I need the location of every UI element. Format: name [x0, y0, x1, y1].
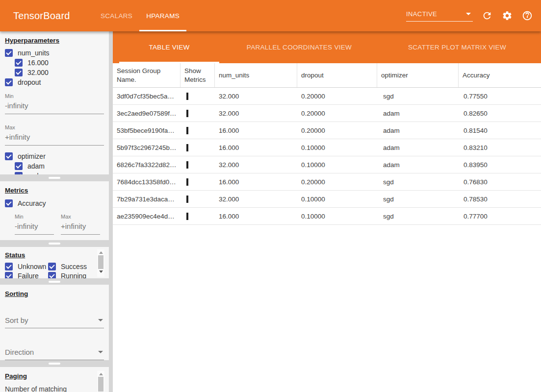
drag-handle-icon[interactable]	[49, 243, 60, 245]
section-resize-divider[interactable]	[0, 174, 113, 181]
status-scrollbar[interactable]	[97, 249, 104, 277]
checkbox-checked-icon[interactable]	[15, 162, 23, 170]
status-success[interactable]: Success	[48, 262, 96, 271]
drag-handle-icon[interactable]	[49, 281, 60, 283]
status-running[interactable]: Running	[48, 271, 96, 278]
hparam-value-adam[interactable]: adam	[15, 162, 104, 171]
paging-summary: Number of matching session groups: 8	[5, 385, 89, 392]
dropout-cell: 0.20000	[297, 127, 377, 134]
dropout-cell: 0.20000	[297, 93, 377, 100]
min-input[interactable]: -infinity	[5, 99, 104, 114]
scroll-up-icon[interactable]	[99, 373, 103, 375]
checkbox-checked-icon[interactable]	[48, 263, 56, 270]
checkbox-checked-icon[interactable]	[15, 69, 23, 76]
status-title: Status	[5, 251, 104, 259]
scrollbar-thumb[interactable]	[98, 255, 103, 269]
num-units-cell: 16.000	[215, 127, 297, 134]
scroll-down-icon[interactable]	[99, 270, 103, 273]
hyperparameters-section: Hyperparameters num_units 16.000 32.000 …	[0, 31, 109, 174]
accuracy-cell: 0.81540	[459, 127, 541, 134]
checkbox-checked-icon[interactable]	[5, 78, 13, 86]
checkbox-unchecked-icon[interactable]	[186, 93, 188, 100]
sidebar: Hyperparameters num_units 16.000 32.000 …	[0, 31, 113, 392]
show-metrics-cell	[180, 161, 215, 169]
header-num-units[interactable]: num_units	[215, 63, 297, 87]
status-label: Unknown	[18, 263, 46, 270]
checkbox-unchecked-icon[interactable]	[186, 144, 188, 151]
sort-by-select[interactable]: Sort by	[5, 316, 104, 328]
hparam-value-label: adam	[27, 162, 45, 170]
header-optimizer[interactable]: optimizer	[377, 63, 459, 87]
paging-scrollbar[interactable]	[97, 371, 104, 392]
checkbox-checked-icon[interactable]	[5, 263, 13, 270]
optimizer-cell: sgd	[377, 213, 459, 220]
checkbox-unchecked-icon[interactable]	[186, 161, 188, 169]
section-resize-divider[interactable]	[0, 360, 113, 367]
max-label: Max	[5, 124, 104, 130]
tab-hparams[interactable]: HPARAMS	[139, 0, 186, 31]
show-metrics-cell	[180, 93, 215, 100]
help-icon[interactable]	[521, 10, 533, 22]
refresh-icon[interactable]	[481, 10, 493, 22]
paging-section: Paging Number of matching session groups…	[0, 367, 109, 392]
checkbox-unchecked-icon[interactable]	[186, 196, 188, 203]
accuracy-cell: 0.83950	[459, 161, 541, 169]
settings-icon[interactable]	[501, 10, 513, 22]
metric-max-label: Max	[61, 214, 100, 220]
tab-table-view[interactable]: TABLE VIEW	[119, 31, 219, 63]
scrollbar-thumb[interactable]	[98, 377, 103, 392]
num-units-cell: 16.000	[215, 144, 297, 151]
accuracy-cell: 0.78530	[459, 196, 541, 203]
session-group-name: 3ec2aed9e07589f…	[113, 110, 180, 117]
tab-parallel-coordinates-view[interactable]: PARALLEL COORDINATES VIEW	[219, 31, 379, 63]
tab-scatter-plot-matrix-view[interactable]: SCATTER PLOT MATRIX VIEW	[379, 31, 535, 63]
section-resize-divider[interactable]	[0, 278, 113, 285]
status-unknown[interactable]: Unknown	[5, 262, 48, 271]
status-failure[interactable]: Failure	[5, 271, 48, 278]
hparam-optimizer[interactable]: optimizer	[5, 152, 104, 161]
optimizer-cell: adam	[377, 161, 459, 169]
checkbox-unchecked-icon[interactable]	[186, 178, 188, 186]
scroll-up-icon[interactable]	[99, 251, 103, 254]
drag-handle-icon[interactable]	[49, 363, 60, 365]
hparam-num-units[interactable]: num_units	[5, 49, 104, 57]
tab-scalars[interactable]: SCALARS	[94, 0, 139, 31]
hparam-value-32[interactable]: 32.000	[15, 68, 104, 77]
checkbox-checked-icon[interactable]	[5, 199, 13, 207]
chevron-down-icon	[98, 351, 103, 353]
drag-handle-icon[interactable]	[49, 177, 60, 179]
dropout-cell: 0.10000	[297, 161, 377, 169]
section-resize-divider[interactable]	[0, 240, 113, 247]
sort-by-value: Sort by	[5, 316, 28, 324]
checkbox-checked-icon[interactable]	[5, 49, 13, 57]
checkbox-checked-icon[interactable]	[5, 272, 13, 278]
metric-max-input[interactable]: +infinity	[61, 220, 100, 235]
run-status-value: INACTIVE	[406, 10, 437, 18]
metrics-title: Metrics	[5, 187, 104, 194]
min-label: Min	[5, 93, 104, 99]
direction-select[interactable]: Direction	[5, 348, 104, 360]
checkbox-unchecked-icon[interactable]	[186, 213, 188, 220]
header-accuracy[interactable]: Accuracy	[459, 63, 541, 87]
checkbox-unchecked-icon[interactable]	[186, 127, 188, 134]
metric-accuracy[interactable]: Accuracy	[5, 199, 104, 208]
status-section: Status Unknown Success Failure Running	[0, 247, 109, 278]
metric-min-input[interactable]: -infinity	[15, 220, 54, 235]
optimizer-cell: adam	[377, 127, 459, 134]
plugin-tabs: SCALARS HPARAMS	[94, 0, 186, 31]
header-session-group-name[interactable]: Session Group Name.	[113, 63, 180, 87]
checkbox-checked-icon[interactable]	[15, 59, 23, 67]
chevron-down-icon	[466, 13, 471, 15]
run-status-select[interactable]: INACTIVE	[406, 10, 473, 22]
num-units-cell: 32.000	[215, 93, 297, 100]
header-show-metrics[interactable]: Show Metrics	[180, 63, 215, 87]
header-dropout[interactable]: dropout	[297, 63, 377, 87]
table-row: ae235909ec4e4d… 16.000 0.10000 sgd 0.777…	[113, 208, 541, 225]
hparam-dropout[interactable]: dropout	[5, 78, 104, 87]
hparam-value-16[interactable]: 16.000	[15, 58, 104, 67]
show-metrics-cell	[180, 196, 215, 203]
checkbox-unchecked-icon[interactable]	[186, 110, 188, 117]
checkbox-checked-icon[interactable]	[48, 272, 56, 278]
checkbox-checked-icon[interactable]	[5, 152, 13, 160]
max-input[interactable]: +infinity	[5, 130, 104, 146]
